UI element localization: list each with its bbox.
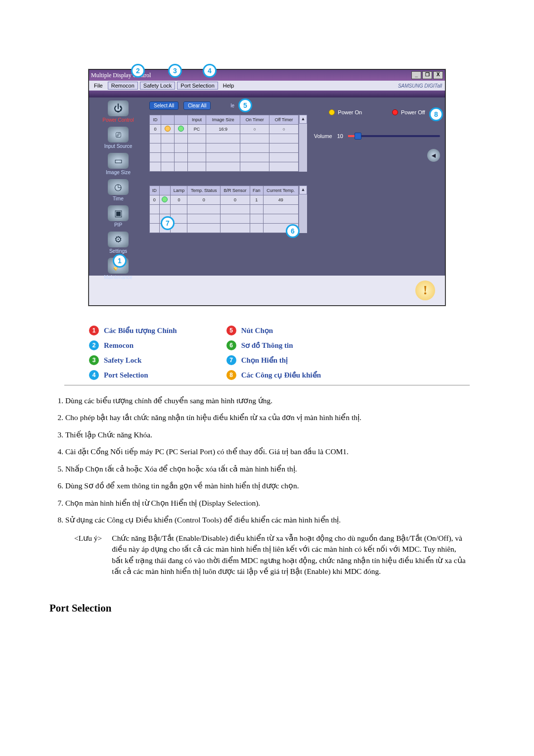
col-br-sensor: B/R Sensor bbox=[221, 186, 250, 195]
volume-slider[interactable] bbox=[348, 135, 440, 137]
legend-label: Nút Chọn bbox=[241, 326, 273, 335]
volume-knob-icon[interactable] bbox=[355, 133, 361, 140]
status-bar: ! bbox=[89, 276, 445, 305]
note-block: <Lưu ý> Chức năng Bật/Tắt (Enable/Disabl… bbox=[74, 533, 485, 577]
legend-item: 2 Remocon bbox=[89, 340, 177, 350]
status-dot-icon bbox=[165, 126, 171, 132]
scrollbar[interactable]: ▲ bbox=[299, 186, 307, 233]
display-table: ID Input Image Size On Timer Off Timer 0 bbox=[149, 115, 299, 172]
legend-label: Remocon bbox=[104, 341, 134, 350]
power-on-button[interactable]: Power On bbox=[329, 109, 362, 115]
gear-icon: ⚙ bbox=[108, 232, 129, 247]
volume-label: Volume bbox=[314, 133, 332, 139]
col-blank1 bbox=[161, 115, 175, 125]
legend-item: 8 Các Công cụ Điều khiển bbox=[226, 370, 321, 380]
speaker-icon[interactable]: ◄ bbox=[427, 149, 440, 162]
callout-3: 3 bbox=[168, 64, 182, 78]
legend-label: Chọn Hiển thị bbox=[241, 356, 288, 365]
legend-number-icon: 7 bbox=[226, 355, 236, 365]
callout-6: 6 bbox=[286, 224, 300, 238]
col-on-timer: On Timer bbox=[240, 115, 269, 125]
select-toolbar: Select All Clear All le bbox=[149, 101, 307, 110]
cell-lamp: 0 bbox=[171, 195, 187, 205]
legend-number-icon: 4 bbox=[89, 370, 99, 380]
legend-number-icon: 2 bbox=[89, 340, 99, 350]
power-off-button[interactable]: Power Off bbox=[392, 109, 425, 115]
sidebar-item-pip[interactable]: ▣ PIP bbox=[108, 205, 129, 228]
clear-all-button[interactable]: Clear All bbox=[183, 101, 211, 110]
table-row[interactable] bbox=[150, 153, 299, 162]
legend-item: 6 Sơ đồ Thông tin bbox=[226, 340, 321, 350]
sidebar-item-power-control[interactable]: ⏻ Power Control bbox=[102, 100, 134, 123]
sidebar-item-label: PIP bbox=[114, 222, 122, 228]
cell-input: PC bbox=[187, 125, 206, 134]
scrollbar[interactable]: ▲ bbox=[299, 115, 307, 172]
section-heading: Port Selection bbox=[49, 602, 485, 614]
menu-help[interactable]: Help bbox=[220, 82, 237, 90]
list-item: Dùng Sơ đồ để xem thông tin ngắn gọn về … bbox=[65, 480, 485, 491]
table-row[interactable] bbox=[150, 162, 299, 172]
legend: 1 Các Biểu tượng Chính 2 Remocon 3 Safet… bbox=[89, 326, 445, 380]
volume-control: Volume 10 bbox=[314, 133, 440, 139]
power-icon: ⏻ bbox=[108, 100, 129, 116]
legend-left-column: 1 Các Biểu tượng Chính 2 Remocon 3 Safet… bbox=[89, 326, 177, 380]
status-dot-icon bbox=[162, 196, 168, 202]
status-dot-icon bbox=[178, 126, 184, 132]
pip-icon: ▣ bbox=[108, 205, 129, 221]
cell-off-timer: ○ bbox=[269, 125, 299, 134]
legend-item: 4 Port Selection bbox=[89, 370, 177, 380]
header-accent bbox=[89, 91, 445, 97]
image-size-icon: ▭ bbox=[108, 153, 129, 169]
callout-4: 4 bbox=[203, 64, 217, 78]
menu-safety-lock[interactable]: Safety Lock bbox=[140, 82, 175, 90]
callout-8: 8 bbox=[429, 107, 443, 121]
table-row[interactable]: 0 0 0 0 1 49 bbox=[150, 195, 299, 205]
cell-id: 0 bbox=[150, 195, 160, 205]
sidebar-item-input-source[interactable]: ⎚ Input Source bbox=[104, 127, 133, 149]
menu-file[interactable]: File bbox=[91, 82, 106, 90]
legend-number-icon: 8 bbox=[226, 370, 236, 380]
scroll-up-icon[interactable]: ▲ bbox=[299, 115, 307, 124]
instruction-list: Dùng các biểu tượng chính để chuyển sang… bbox=[56, 395, 485, 526]
power-buttons: Power On Power Off bbox=[314, 109, 440, 115]
sidebar-item-label: Power Control bbox=[102, 117, 134, 123]
legend-number-icon: 3 bbox=[89, 355, 99, 365]
sidebar-item-image-size[interactable]: ▭ Image Size bbox=[106, 153, 131, 175]
minimize-button[interactable]: _ bbox=[411, 71, 421, 79]
table-header-row: ID Lamp Temp. Status B/R Sensor Fan Curr… bbox=[150, 186, 299, 195]
sidebar-item-time[interactable]: ◷ Time bbox=[108, 179, 129, 201]
legend-item: 5 Nút Chọn bbox=[226, 326, 321, 335]
cell-status bbox=[159, 195, 171, 205]
callout-5: 5 bbox=[238, 98, 252, 112]
col-id: ID bbox=[150, 186, 160, 195]
table-row[interactable]: 0 PC 16:9 ○ ○ bbox=[150, 125, 299, 134]
clock-icon: ◷ bbox=[108, 179, 129, 195]
table-row[interactable] bbox=[150, 143, 299, 153]
sidebar-item-label: Settings bbox=[109, 248, 127, 254]
brand-label: SAMSUNG DIGITall bbox=[398, 83, 442, 89]
close-button[interactable]: X bbox=[433, 71, 443, 79]
select-all-button[interactable]: Select All bbox=[149, 101, 178, 110]
col-blank bbox=[159, 186, 171, 195]
control-panel: Power On Power Off Volume 10 ◄ bbox=[309, 97, 445, 276]
legend-label: Sơ đồ Thông tin bbox=[241, 341, 293, 350]
restore-button[interactable]: ❐ bbox=[422, 71, 432, 79]
sidebar: ⏻ Power Control ⎚ Input Source ▭ Image S… bbox=[89, 97, 147, 276]
col-off-timer: Off Timer bbox=[269, 115, 299, 125]
menu-port-selection[interactable]: Port Selection bbox=[177, 82, 218, 90]
legend-label: Port Selection bbox=[104, 371, 148, 379]
power-on-dot-icon bbox=[329, 109, 335, 115]
cell-fan: 1 bbox=[250, 195, 263, 205]
scroll-up-icon[interactable]: ▲ bbox=[299, 186, 307, 194]
toolbar-fragment: le bbox=[230, 103, 234, 108]
table-row[interactable] bbox=[150, 134, 299, 143]
col-fan: Fan bbox=[250, 186, 263, 195]
table-row[interactable] bbox=[150, 205, 299, 214]
caption-buttons: _ ❐ X bbox=[411, 71, 443, 79]
input-source-icon: ⎚ bbox=[108, 127, 129, 142]
sidebar-item-label: Time bbox=[113, 196, 124, 201]
sidebar-item-settings[interactable]: ⚙ Settings bbox=[108, 232, 129, 254]
list-item: Thiết lập Chức năng Khóa. bbox=[65, 429, 485, 440]
menubar: File Remocon Safety Lock Port Selection … bbox=[89, 81, 445, 91]
menu-remocon[interactable]: Remocon bbox=[108, 82, 138, 90]
